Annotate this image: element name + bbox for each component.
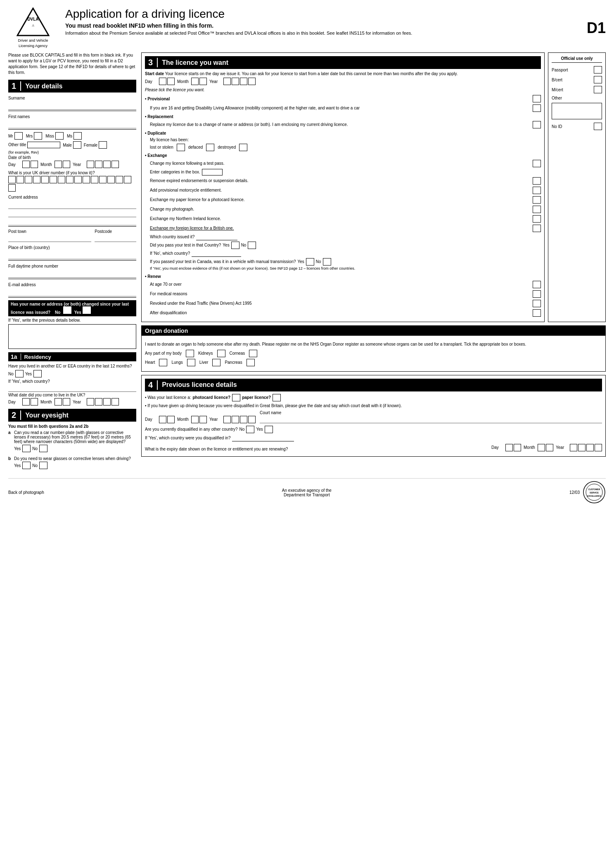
- if-no-country-input[interactable]: [192, 250, 241, 257]
- res-year-boxes: [87, 398, 119, 406]
- destroyed-checkbox[interactable]: [239, 144, 247, 151]
- kidneys-checkbox[interactable]: [217, 350, 225, 357]
- renew-70-checkbox[interactable]: [533, 281, 541, 288]
- qb-yesno: Yes No: [14, 462, 136, 469]
- categories-input[interactable]: [202, 169, 223, 175]
- firstname-input[interactable]: [8, 121, 136, 128]
- qb-yes-label: Yes: [14, 463, 21, 468]
- provisional-sub-checkbox[interactable]: [533, 104, 541, 112]
- photocard-checkbox[interactable]: [232, 394, 240, 401]
- noid-checkbox[interactable]: [594, 123, 602, 130]
- residency-yes-checkbox[interactable]: [33, 370, 42, 377]
- mrs-checkbox[interactable]: [34, 132, 42, 140]
- which-country-issued-input[interactable]: [196, 234, 237, 240]
- court-name-input[interactable]: [260, 416, 602, 423]
- add-provisional-moto-option: Add provisional motorcycle entitlement.: [150, 186, 541, 194]
- mrs-item: Mrs: [26, 132, 43, 140]
- qa-yes-checkbox[interactable]: [22, 445, 31, 452]
- section-3-title: The licence you want: [162, 59, 228, 66]
- dob-year-4[interactable]: [111, 161, 119, 168]
- replacement-checkbox[interactable]: [533, 121, 541, 128]
- miss-checkbox[interactable]: [55, 132, 64, 140]
- duplicate-sub: My licence has been: lost or stolen defa…: [150, 137, 541, 151]
- month-label-court: Month: [177, 417, 189, 422]
- if-yes-write: If 'Yes', write the previous details bel…: [8, 318, 136, 323]
- passport-checkbox[interactable]: [594, 66, 602, 74]
- provisional-checkbox[interactable]: [533, 95, 541, 102]
- qb-no-checkbox[interactable]: [39, 462, 47, 469]
- disq-no-label: No: [239, 427, 245, 432]
- other-title-label: Other title: [8, 142, 26, 147]
- male-checkbox[interactable]: [73, 141, 81, 149]
- section-2-title: Your eyesight: [25, 412, 69, 419]
- previous-details-box[interactable]: [8, 324, 136, 349]
- address-line-1[interactable]: [8, 202, 136, 209]
- email-input[interactable]: [8, 289, 136, 296]
- qa-no-checkbox[interactable]: [39, 445, 47, 452]
- address-line-2[interactable]: [8, 210, 136, 217]
- dob-day-2[interactable]: [31, 161, 38, 168]
- add-provisional-moto-checkbox[interactable]: [533, 187, 541, 194]
- mr-checkbox[interactable]: [14, 132, 23, 140]
- phone-field: Full daytime phone number: [8, 263, 136, 279]
- other-box[interactable]: [552, 103, 602, 119]
- lost-stolen-checkbox[interactable]: [177, 144, 185, 151]
- dob-year-1[interactable]: [87, 161, 94, 168]
- mcert-label: M/cert: [552, 88, 563, 92]
- disq-yes-checkbox[interactable]: [265, 426, 273, 433]
- no-checkbox-addr[interactable]: [63, 306, 71, 314]
- dob-month-2[interactable]: [63, 161, 70, 168]
- section-3-number: 3: [148, 58, 158, 67]
- ms-checkbox[interactable]: [73, 132, 82, 140]
- renew-medical-checkbox[interactable]: [533, 290, 541, 298]
- surname-input[interactable]: [8, 102, 136, 110]
- change-photo-checkbox[interactable]: [533, 206, 541, 213]
- lungs-label: Lungs: [171, 360, 183, 365]
- which-country-input[interactable]: [8, 384, 136, 392]
- liver-checkbox[interactable]: [212, 359, 220, 366]
- address-line-3[interactable]: [8, 218, 136, 225]
- yes-test-label: Yes: [223, 242, 229, 248]
- post-town-input[interactable]: [8, 235, 91, 242]
- remove-endorsements-checkbox[interactable]: [533, 177, 541, 185]
- paper-licence-checkbox[interactable]: [273, 394, 281, 401]
- disq-country-input[interactable]: [232, 435, 294, 441]
- exchange-paper-checkbox[interactable]: [533, 196, 541, 204]
- no-canada-checkbox[interactable]: [323, 258, 331, 266]
- bcert-checkbox[interactable]: [594, 76, 602, 83]
- test-pass-option: Change my licence following a test pass.: [150, 159, 541, 168]
- if-no-country-row: If 'No', which country?: [150, 250, 541, 257]
- female-checkbox[interactable]: [99, 141, 107, 149]
- qb-yes-checkbox[interactable]: [22, 462, 31, 469]
- other-title-input[interactable]: [27, 142, 60, 148]
- defaced-label: defaced: [188, 145, 203, 150]
- yes-canada-checkbox[interactable]: [306, 258, 314, 266]
- heart-checkbox[interactable]: [159, 359, 167, 366]
- mcert-checkbox[interactable]: [594, 86, 602, 93]
- postcode-input[interactable]: [95, 235, 136, 242]
- phone-input[interactable]: [8, 270, 136, 278]
- defaced-checkbox[interactable]: [206, 144, 214, 151]
- renew-road-traffic-checkbox[interactable]: [533, 300, 541, 307]
- pob-input[interactable]: [8, 252, 136, 259]
- residency-no-checkbox[interactable]: [15, 370, 24, 377]
- disq-no-checkbox[interactable]: [246, 426, 254, 433]
- any-part-checkbox[interactable]: [186, 350, 194, 357]
- dob-year-2[interactable]: [95, 161, 102, 168]
- exchange-ni-checkbox[interactable]: [533, 215, 541, 223]
- dob-year-3[interactable]: [103, 161, 111, 168]
- header-title-area: Application for a driving licence You mu…: [65, 7, 578, 36]
- test-pass-checkbox[interactable]: [533, 160, 541, 167]
- exchange-foreign-checkbox[interactable]: [533, 225, 541, 232]
- female-label: Female: [84, 143, 97, 147]
- no-test-checkbox[interactable]: [248, 242, 256, 249]
- yes-test-checkbox[interactable]: [231, 242, 239, 249]
- renew-disq-checkbox[interactable]: [533, 309, 541, 317]
- pancreas-checkbox[interactable]: [247, 359, 255, 366]
- yes-checkbox-addr[interactable]: [83, 306, 91, 314]
- corneas-checkbox[interactable]: [249, 350, 257, 357]
- lungs-checkbox[interactable]: [187, 359, 195, 366]
- section-1a-number: 1a: [11, 353, 21, 360]
- dob-day-1[interactable]: [22, 161, 30, 168]
- dob-month-1[interactable]: [55, 161, 62, 168]
